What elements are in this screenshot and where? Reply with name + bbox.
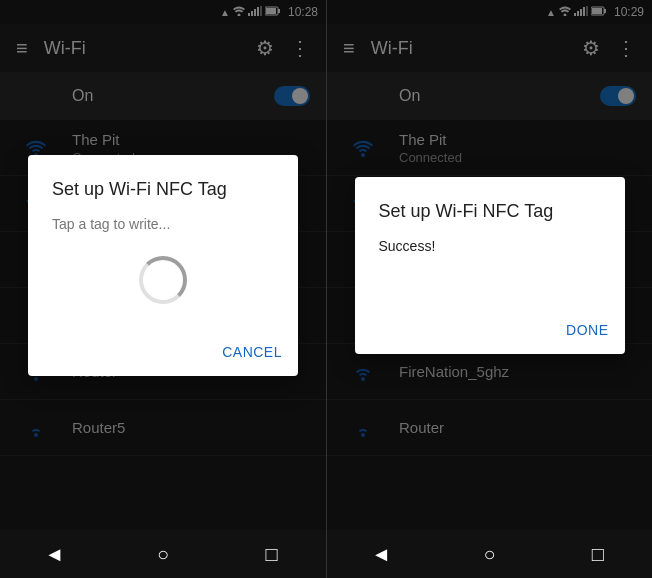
cancel-button-left[interactable]: CANCEL (214, 336, 290, 368)
home-button-left[interactable]: ○ (143, 534, 183, 574)
dialog-body-left: Tap a tag to write... (52, 216, 274, 320)
back-button-left[interactable]: ◄ (34, 534, 74, 574)
dialog-title-right: Set up Wi-Fi NFC Tag (379, 201, 601, 222)
nav-bar-right: ◄ ○ □ (327, 530, 652, 578)
left-panel: ▲ (0, 0, 326, 578)
dialog-content-right: Set up Wi-Fi NFC Tag Success! (355, 177, 625, 306)
nfc-dialog-left: Set up Wi-Fi NFC Tag Tap a tag to write.… (28, 155, 298, 376)
dialog-spinner-left (52, 240, 274, 320)
right-panel: ▲ (326, 0, 652, 578)
back-button-right[interactable]: ◄ (361, 534, 401, 574)
nav-bar-left: ◄ ○ □ (0, 530, 326, 578)
dialog-overlay-right: Set up Wi-Fi NFC Tag Success! DONE (327, 0, 652, 530)
done-button-right[interactable]: DONE (558, 314, 616, 346)
dialog-content-left: Set up Wi-Fi NFC Tag Tap a tag to write.… (28, 155, 298, 328)
recent-button-right[interactable]: □ (578, 534, 618, 574)
dialog-title-left: Set up Wi-Fi NFC Tag (52, 179, 274, 200)
spinner-circle-left (139, 256, 187, 304)
dialog-actions-right: DONE (355, 306, 625, 354)
dialog-success-text-right: Success! (379, 238, 436, 254)
dialog-overlay-left: Set up Wi-Fi NFC Tag Tap a tag to write.… (0, 0, 326, 530)
dialog-body-right: Success! (379, 238, 601, 298)
home-button-right[interactable]: ○ (469, 534, 509, 574)
dialog-actions-left: CANCEL (28, 328, 298, 376)
recent-button-left[interactable]: □ (252, 534, 292, 574)
nfc-dialog-right: Set up Wi-Fi NFC Tag Success! DONE (355, 177, 625, 354)
dialog-body-text-left: Tap a tag to write... (52, 216, 170, 232)
